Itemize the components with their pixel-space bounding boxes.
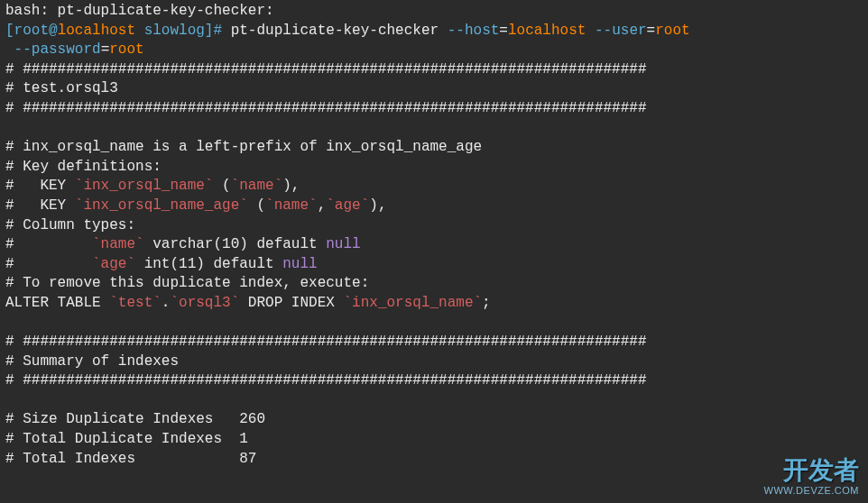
flag-password: --password bbox=[14, 41, 101, 58]
divider: # ######################################… bbox=[5, 60, 863, 80]
index-name: `inx_orsql_name` bbox=[343, 295, 482, 311]
prompt-bracket-close: ]# bbox=[205, 23, 222, 39]
stat-total-idx: # Total Indexes 87 bbox=[5, 450, 863, 470]
summary-header: # Summary of indexes bbox=[5, 352, 863, 372]
table-name: `orsql3` bbox=[170, 295, 239, 311]
stat-total-dup: # Total Duplicate Indexes 1 bbox=[5, 430, 863, 450]
divider: # ######################################… bbox=[5, 333, 863, 352]
cmd-exe: pt-duplicate-key-checker bbox=[222, 23, 439, 39]
prev-cmd-fragment: bash: pt-duplicate-key-checker: bbox=[5, 3, 274, 19]
watermark-cn: 开发者 bbox=[764, 457, 860, 485]
column-name: `name` bbox=[92, 236, 144, 252]
db-name: `test` bbox=[109, 295, 162, 311]
prompt-at: @ bbox=[49, 23, 58, 39]
index-name: `inx_orsql_name` bbox=[75, 178, 214, 194]
key-def-2: # KEY `inx_orsql_name_age` (`name`,`age`… bbox=[5, 197, 863, 216]
index-name: `inx_orsql_name_age` bbox=[75, 197, 248, 214]
col-types-label: # Column types: bbox=[5, 216, 863, 236]
null-keyword: null bbox=[282, 256, 317, 272]
blank-line bbox=[5, 314, 863, 334]
column-name: `age` bbox=[92, 256, 135, 272]
null-keyword: null bbox=[326, 236, 360, 252]
stat-size: # Size Duplicate Indexes 260 bbox=[5, 410, 863, 430]
flag-host: --host bbox=[448, 23, 500, 39]
alter-statement: ALTER TABLE `test`.`orsql3` DROP INDEX `… bbox=[5, 294, 863, 314]
blank-line bbox=[5, 391, 863, 411]
flag-host-val: localhost bbox=[508, 23, 586, 39]
prompt-line[interactable]: [root@localhost slowlog]# pt-duplicate-k… bbox=[5, 22, 863, 41]
flag-user: --user bbox=[595, 23, 647, 39]
schema-name: # test.orsql3 bbox=[5, 79, 863, 99]
divider: # ######################################… bbox=[5, 371, 863, 391]
blank-line bbox=[5, 119, 863, 139]
prompt-line-cont[interactable]: --password=root bbox=[5, 41, 863, 60]
prompt-user: root bbox=[14, 23, 49, 39]
divider: # ######################################… bbox=[5, 99, 863, 119]
key-def-1: # KEY `inx_orsql_name` (`name`), bbox=[5, 177, 863, 197]
watermark-en: WWW.DEVZE.COM bbox=[764, 485, 860, 496]
flag-password-val: root bbox=[109, 41, 143, 58]
prompt-bracket-open: [ bbox=[5, 23, 14, 39]
col-type-2: # `age` int(11) default null bbox=[5, 255, 863, 275]
dup-index-header: # inx_orsql_name is a left-prefix of inx… bbox=[5, 138, 863, 158]
prompt-dir: slowlog bbox=[135, 23, 205, 39]
column-name: `name` bbox=[231, 178, 283, 194]
column-name: `name` bbox=[265, 197, 318, 214]
remove-hint: # To remove this duplicate index, execut… bbox=[5, 274, 863, 294]
flag-user-val: root bbox=[655, 23, 689, 39]
column-name: `age` bbox=[326, 197, 369, 214]
key-defs-label: # Key definitions: bbox=[5, 158, 863, 178]
col-type-1: # `name` varchar(10) default null bbox=[5, 235, 863, 255]
prompt-host: localhost bbox=[58, 23, 135, 39]
terminal-line-prev: bash: pt-duplicate-key-checker: bbox=[5, 2, 863, 22]
watermark: 开发者 WWW.DEVZE.COM bbox=[764, 457, 860, 496]
